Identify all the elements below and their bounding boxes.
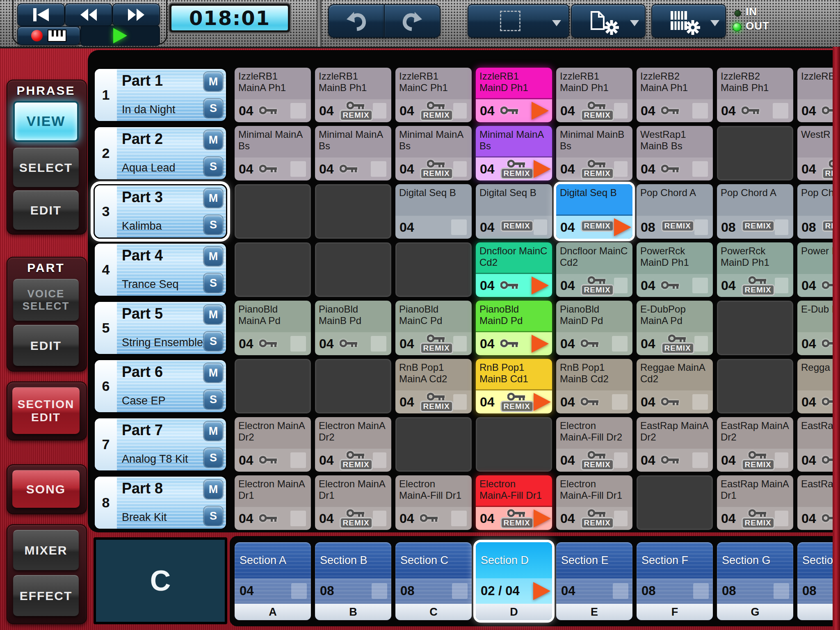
part-row-selected[interactable]: 3Part 3KalimbaMS — [94, 184, 227, 239]
phrase-cell[interactable]: Minimal MainA Bs04 — [315, 126, 391, 180]
section-tile[interactable]: Section F08F — [637, 542, 713, 620]
section-tile[interactable]: Section C08C — [395, 542, 472, 620]
phrase-cell-empty[interactable] — [476, 417, 552, 472]
phrase-cell[interactable]: Electron MainA-Fill Dr104 — [395, 475, 472, 530]
phrase-cell[interactable]: Electron MainA Dr204REMIX — [315, 417, 391, 472]
phrase-view-button[interactable]: VIEW — [13, 101, 79, 142]
phrase-cell[interactable]: Digital Seq B04REMIX — [556, 184, 632, 239]
voice-select-button[interactable]: VOICE SELECT — [13, 279, 79, 321]
undo-button[interactable] — [328, 4, 385, 38]
phrase-cell[interactable]: E-DubPop MainA Pd04REMIX — [637, 301, 713, 355]
phrase-cell[interactable]: Pop Chord A08REMIX — [637, 184, 713, 239]
phrase-cell[interactable]: Minimal MainB Bs04REMIX — [556, 126, 632, 180]
part-row[interactable]: 4Part 4Trance SeqMS — [94, 242, 227, 297]
mute-button[interactable]: M — [204, 422, 223, 441]
phrase-cell[interactable]: IzzleRB1 MainD Ph104REMIX — [556, 68, 632, 122]
phrase-cell[interactable]: IzzleRB2 MainB Ph104 — [717, 68, 793, 122]
solo-button[interactable]: S — [204, 157, 223, 176]
solo-button[interactable]: S — [204, 99, 223, 118]
solo-button[interactable]: S — [204, 507, 223, 525]
phrase-edit-button[interactable]: EDIT — [13, 190, 79, 230]
phrase-cell[interactable]: Minimal MainA Bs04REMIX — [476, 126, 552, 180]
phrase-cell[interactable]: Electron MainA Dr104REMIX — [315, 475, 391, 530]
phrase-cell[interactable]: PianoBld MainD Pd04 — [476, 301, 552, 355]
phrase-cell[interactable]: PowerRck MainD Ph104 — [637, 242, 713, 297]
play-button[interactable] — [80, 25, 160, 46]
part-row[interactable]: 6Part 6Case EPMS — [94, 359, 227, 413]
phrase-cell[interactable]: Dncfloor MainC Cd204REMIX — [556, 242, 632, 297]
phrase-cell[interactable]: Reggae MainA Cd204 — [637, 359, 713, 413]
phrase-cell[interactable]: RnB Pop1 MainA Cd204REMIX — [395, 359, 472, 413]
phrase-cell-empty[interactable] — [717, 126, 793, 180]
solo-button[interactable]: S — [204, 448, 223, 467]
mute-button[interactable]: M — [204, 363, 223, 382]
phrase-cell[interactable]: Pop Chord A08REMIX — [717, 184, 793, 239]
part-edit-button[interactable]: EDIT — [13, 325, 79, 366]
phrase-cell[interactable]: EastRap MainA Dr204 — [637, 417, 713, 472]
mute-button[interactable]: M — [204, 72, 223, 91]
phrase-cell[interactable]: Electron MainA Dr204 — [235, 417, 311, 472]
section-tile[interactable]: Section E04E — [556, 542, 632, 620]
phrase-cell[interactable]: PianoBld MainB Pd04 — [315, 301, 391, 355]
pattern-settings-dropdown-button[interactable] — [651, 4, 726, 38]
rewind-button[interactable] — [65, 3, 112, 26]
phrase-cell[interactable]: Electron MainA-Fill Dr104REMIX — [556, 475, 632, 530]
section-edit-button[interactable]: SECTION EDIT — [12, 387, 80, 434]
phrase-cell-empty[interactable] — [235, 184, 311, 239]
section-tile[interactable]: Section B08B — [315, 542, 391, 620]
section-tile-selected[interactable]: Section D02 / 04D — [476, 542, 552, 620]
phrase-cell[interactable]: IzzleRB1 MainB Ph104REMIX — [315, 68, 391, 122]
solo-button[interactable]: S — [204, 215, 223, 234]
file-settings-dropdown-button[interactable] — [571, 4, 646, 38]
phrase-cell-empty[interactable] — [717, 301, 793, 355]
phrase-cell-empty[interactable] — [235, 242, 311, 297]
phrase-cell-empty[interactable] — [315, 242, 391, 297]
solo-button[interactable]: S — [204, 390, 223, 409]
phrase-cell-empty[interactable] — [637, 475, 713, 530]
phrase-cell[interactable]: PianoBld MainC Pd04REMIX — [395, 301, 472, 355]
phrase-cell[interactable]: Electron MainA Dr104 — [235, 475, 311, 530]
mute-button[interactable]: M — [204, 130, 223, 149]
mixer-button[interactable]: MIXER — [13, 530, 79, 570]
phrase-cell-empty[interactable] — [315, 184, 391, 239]
phrase-cell-empty[interactable] — [395, 417, 472, 472]
phrase-cell[interactable]: RnB Pop1 MainB Cd204 — [556, 359, 632, 413]
phrase-cell[interactable]: Electron MainA-Fill Dr104REMIX — [476, 475, 552, 530]
song-button[interactable]: SONG — [12, 470, 80, 508]
phrase-cell[interactable]: IzzleRB1 MainD Ph104 — [476, 68, 552, 122]
phrase-cell[interactable]: Digital Seq B04REMIX — [476, 184, 552, 239]
part-row[interactable]: 5Part 5String EnsembleMS — [94, 301, 227, 355]
mute-button[interactable]: M — [204, 247, 223, 266]
section-tile[interactable]: Section A04A — [235, 542, 311, 620]
phrase-cell[interactable]: Minimal MainA Bs04 — [235, 126, 311, 180]
phrase-cell-empty[interactable] — [235, 359, 311, 413]
phrase-cell[interactable]: EastRap MainA Dr104REMIX — [717, 475, 793, 530]
phrase-cell[interactable]: Minimal MainA Bs04REMIX — [395, 126, 472, 180]
phrase-cell[interactable]: IzzleRB1 MainC Ph104REMIX — [395, 68, 472, 122]
part-row[interactable]: 1Part 1In da NightMS — [94, 68, 227, 122]
mute-button[interactable]: M — [204, 189, 223, 208]
part-row[interactable]: 2Part 2Aqua LeadMS — [94, 126, 227, 180]
skip-to-start-button[interactable] — [17, 3, 65, 26]
mute-button[interactable]: M — [204, 305, 223, 324]
phrase-cell-empty[interactable] — [315, 359, 391, 413]
record-button[interactable] — [17, 26, 80, 45]
solo-button[interactable]: S — [204, 332, 223, 351]
phrase-select-button[interactable]: SELECT — [13, 148, 79, 187]
section-tile[interactable]: Section G08G — [717, 542, 793, 620]
phrase-cell-empty[interactable] — [395, 242, 472, 297]
phrase-cell-empty[interactable] — [717, 359, 793, 413]
solo-button[interactable]: S — [204, 274, 223, 292]
phrase-cell[interactable]: PianoBld MainD Pd04 — [556, 301, 632, 355]
redo-button[interactable] — [384, 4, 441, 38]
mute-button[interactable]: M — [204, 480, 223, 499]
phrase-cell[interactable]: IzzleRB2 MainA Ph104 — [637, 68, 713, 122]
part-row[interactable]: 8Part 8Break KitMS — [94, 475, 227, 530]
phrase-cell[interactable]: IzzleRB1 MainA Ph104 — [235, 68, 311, 122]
phrase-cell[interactable]: Electron MainA-Fill Dr204REMIX — [556, 417, 632, 472]
phrase-cell[interactable]: PianoBld MainA Pd04 — [235, 301, 311, 355]
select-mode-dropdown-button[interactable] — [468, 4, 569, 38]
fast-forward-button[interactable] — [112, 3, 160, 26]
phrase-cell[interactable]: PowerRck MainD Ph104REMIX — [717, 242, 793, 297]
phrase-cell[interactable]: RnB Pop1 MainB Cd104REMIX — [476, 359, 552, 413]
